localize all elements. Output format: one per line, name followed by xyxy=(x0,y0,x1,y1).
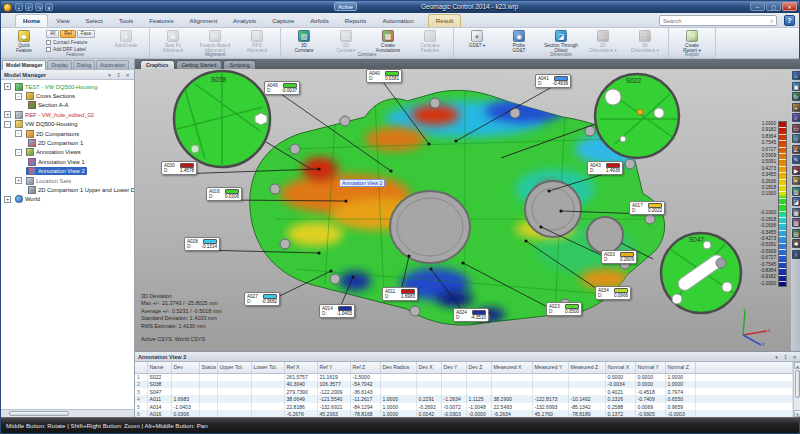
column-header-lower-tol[interactable]: Lower Tol. xyxy=(251,362,284,373)
viewport-tab-getting-started[interactable]: Getting Started xyxy=(176,60,223,69)
panel-tab-dialog[interactable]: Dialog xyxy=(73,60,95,70)
ribbon-tab-airfoils[interactable]: Airfoils xyxy=(302,14,337,27)
panel-close-icon[interactable]: ✕ xyxy=(124,72,131,78)
graphics-canvas[interactable]: S038 S022 xyxy=(135,69,791,351)
search-input[interactable] xyxy=(660,18,770,24)
collapse-icon[interactable]: - xyxy=(15,93,22,100)
scroll-up-icon[interactable]: ▲ xyxy=(794,362,800,369)
column-header-ref-z[interactable]: Ref Z xyxy=(350,362,380,373)
annotation-a027[interactable]: A027D:-0.3682 xyxy=(244,292,280,306)
home-view-icon[interactable]: ⌂ xyxy=(792,71,800,80)
table-row[interactable]: 1S022261.575721.1619-1.50000.00000.00001… xyxy=(135,373,793,381)
tree-item-annotation-view-2[interactable]: Annotation View 2 xyxy=(1,167,134,176)
zoom-fit-icon[interactable]: ▣ xyxy=(792,82,800,91)
column-header-dev-radius[interactable]: Dev Radius xyxy=(380,362,416,373)
viewport-tab-scripting[interactable]: Scripting xyxy=(223,60,255,69)
tree-item-2d-comparisons[interactable]: -2D Comparisons xyxy=(1,129,134,138)
ribbon-tab-select[interactable]: Select xyxy=(78,14,111,27)
toggle-all[interactable]: All xyxy=(46,30,59,38)
customize-toolbar-icon[interactable]: ▾ xyxy=(45,3,53,11)
column-header-normal-y[interactable]: Normal Y xyxy=(635,362,665,373)
scrollbar-thumb[interactable] xyxy=(795,370,800,398)
tree-item-ref-vw-hole-edited-02[interactable]: +REF - VW_hole_edited_02 xyxy=(1,110,134,119)
annotation-a023[interactable]: A023D:0.0500 xyxy=(546,302,582,316)
panel-tab-model-manager[interactable]: Model Manager xyxy=(2,60,46,70)
shading-icon[interactable]: ☀ xyxy=(792,176,800,185)
colorbar-icon[interactable]: ▥ xyxy=(792,187,800,196)
expand-icon[interactable]: + xyxy=(15,177,22,184)
table-row[interactable]: 3S047279.7390-122.2009-36.61430.4021-0.4… xyxy=(135,388,793,396)
column-header-dev-y[interactable]: Dev Y xyxy=(441,362,466,373)
ribbon-tab-features[interactable]: Features xyxy=(141,14,181,27)
annotation-a043[interactable]: A043D:1.4936 xyxy=(587,161,623,175)
tree-item-test-vw-dq500-housing[interactable]: +TEST - VW DQ500-Housing xyxy=(1,82,134,91)
scroll-down-icon[interactable]: ▼ xyxy=(794,410,800,417)
pin-icon[interactable]: ↧ xyxy=(115,72,122,78)
column-header-measured-x[interactable]: Measured X xyxy=(491,362,532,373)
redo-icon[interactable]: ↷ xyxy=(35,3,43,11)
section-through-object-button[interactable]: ◪Section Through Object xyxy=(541,29,581,53)
undo-icon[interactable]: ↶ xyxy=(25,3,33,11)
collapse-icon[interactable]: - xyxy=(15,130,22,137)
pan-view-icon[interactable]: + xyxy=(792,103,800,112)
column-header-ref-x[interactable]: Ref X xyxy=(284,362,317,373)
panel-menu-icon[interactable]: ▾ xyxy=(106,72,113,78)
tree-item-2d-comparison-1-upper-and-lower-deviati[interactable]: 2D Comparison 1 Upper and Lower Deviati xyxy=(1,185,134,194)
annotation-a034[interactable]: A034D:0.0966 xyxy=(595,286,631,300)
camera-icon[interactable]: ▧ xyxy=(792,218,800,227)
tree-item-section-a-a[interactable]: Section A-A xyxy=(1,101,134,110)
select-rectangle-icon[interactable]: ▭ xyxy=(792,124,800,133)
tree-item-2d-comparison-1[interactable]: 2D Comparison 1 xyxy=(1,138,134,147)
annotation-a014[interactable]: A014D:-1.0403 xyxy=(319,304,355,318)
measure-icon[interactable]: ∠ xyxy=(792,145,800,154)
annotation-a040[interactable]: A040D:0.0381 xyxy=(366,69,402,83)
collapse-icon[interactable]: - xyxy=(4,121,11,128)
column-header-index[interactable] xyxy=(135,362,147,373)
horizontal-scrollbar[interactable] xyxy=(1,409,134,417)
annotation-a017[interactable]: A017D:0.2022 xyxy=(629,201,665,215)
ribbon-tab-tools[interactable]: Tools xyxy=(111,14,141,27)
table-close-icon[interactable]: ✕ xyxy=(791,354,798,360)
ribbon-tab-result[interactable]: Result xyxy=(428,14,462,27)
flag-icon[interactable]: ▶ xyxy=(792,166,800,175)
column-header-measured-z[interactable]: Measured Z xyxy=(568,362,605,373)
grid-icon[interactable]: ▦ xyxy=(792,208,800,217)
ribbon-tab-view[interactable]: View xyxy=(48,14,77,27)
create-annotations-button[interactable]: ▩Create Annotations xyxy=(368,29,408,53)
expand-icon[interactable]: + xyxy=(4,111,11,118)
column-header-ref-y[interactable]: Ref Y xyxy=(317,362,350,373)
collapse-icon[interactable]: - xyxy=(15,149,22,156)
tree-item-world[interactable]: +World xyxy=(1,195,134,204)
minimize-icon[interactable]: ─ xyxy=(750,2,765,11)
panel-tab-display[interactable]: Display xyxy=(47,60,71,70)
zoom-view-icon[interactable]: ⌕ xyxy=(792,113,800,122)
annotation-a030[interactable]: A030D:1.4578 xyxy=(161,161,197,175)
column-header-normal-x[interactable]: Normal X xyxy=(605,362,635,373)
table-row[interactable]: 4A0111.698338.0649-121.5540-11.26171.000… xyxy=(135,396,793,404)
app-logo-icon[interactable] xyxy=(3,3,12,12)
tree-item-annotation-view-1[interactable]: Annotation View 1 xyxy=(1,157,134,166)
annotation-a033[interactable]: A033D:0.2609 xyxy=(601,250,637,264)
close-icon[interactable]: ✕ xyxy=(782,2,797,11)
select-polygon-icon[interactable]: ◇ xyxy=(792,134,800,143)
ribbon-tab-automation[interactable]: Automation xyxy=(374,14,421,27)
ribbon-tab-alignment[interactable]: Alignment xyxy=(182,14,226,27)
column-header-dev-z[interactable]: Dev Z xyxy=(466,362,491,373)
annotation-a011[interactable]: A011D:1.6983 xyxy=(382,287,418,301)
toggle-face[interactable]: Face xyxy=(77,30,96,38)
column-header-normal-z[interactable]: Normal Z xyxy=(665,362,695,373)
ribbon-tab-capture[interactable]: Capture xyxy=(264,14,302,27)
3d-compare-button[interactable]: ▧3D Compare xyxy=(284,29,324,53)
toggle-ref[interactable]: Ref xyxy=(60,30,75,38)
rotate-view-icon[interactable]: ↻ xyxy=(792,92,800,101)
search-icon[interactable]: ⌕ xyxy=(770,17,776,25)
info-icon[interactable]: i xyxy=(792,250,800,259)
annotation-icon[interactable]: ✎ xyxy=(792,155,800,164)
probe-gd-t-button[interactable]: ◉Probe GD&T xyxy=(499,29,539,53)
maximize-icon[interactable]: ▢ xyxy=(766,2,781,11)
expand-icon[interactable]: + xyxy=(4,196,11,203)
ribbon-tab-reports[interactable]: Reports xyxy=(337,14,375,27)
annotation-a046[interactable]: A046D:-0.0037 xyxy=(264,81,300,95)
table-menu-icon[interactable]: ▾ xyxy=(773,354,780,360)
settings-icon[interactable]: ✱ xyxy=(792,239,800,248)
